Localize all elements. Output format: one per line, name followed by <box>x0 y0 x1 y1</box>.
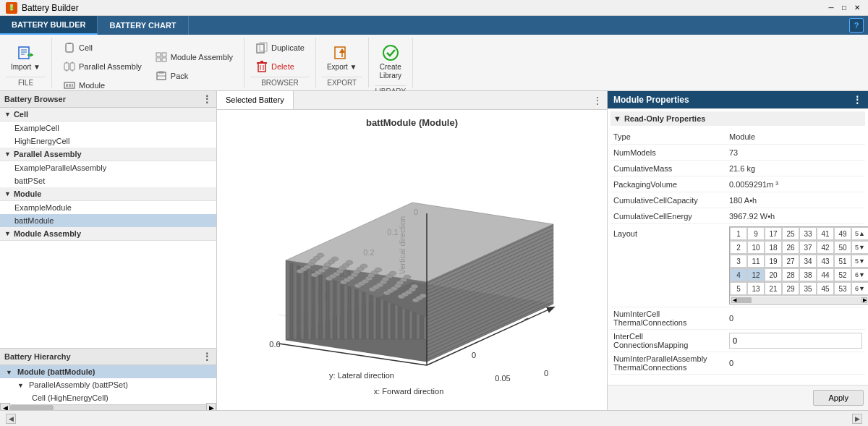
tree-item-batt-module[interactable]: battModule <box>0 214 216 227</box>
scroll-left-arrow[interactable]: ◀ <box>0 403 10 411</box>
create-parallel-label: Parallel Assembly <box>79 62 142 71</box>
grid-cell-2-6[interactable]: 42 <box>817 241 834 254</box>
grid-cell-2-2[interactable]: 10 <box>747 241 765 254</box>
tree-item-batt-pset[interactable]: battPSet <box>0 174 216 187</box>
tree-section-module-header[interactable]: ▼ Module <box>0 187 216 201</box>
minimize-button[interactable]: ─ <box>826 3 836 13</box>
grid-cell-4-1[interactable]: 4 <box>730 268 747 281</box>
grid-cell-4-6[interactable]: 44 <box>817 268 834 281</box>
status-scroll-left[interactable]: ◀ <box>6 414 16 424</box>
grid-cell-2-5[interactable]: 37 <box>799 241 817 254</box>
prop-num-models-value: 73 <box>729 148 862 157</box>
layout-grid-row-3: 3 11 19 27 34 43 51 5▼ <box>730 255 868 268</box>
scroll-right-arrow[interactable]: ▶ <box>206 403 216 411</box>
grid-cell-4-4[interactable]: 28 <box>782 268 799 281</box>
grid-cell-5-3[interactable]: 21 <box>765 282 782 295</box>
grid-cell-3-1[interactable]: 3 <box>730 255 747 268</box>
left-panel-hscroll[interactable] <box>10 405 206 411</box>
ribbon-browser-label: BROWSER <box>250 77 310 87</box>
grid-cell-1-1[interactable]: 1 <box>730 227 747 240</box>
grid-cell-5-5[interactable]: 35 <box>799 282 817 295</box>
read-only-props-header: ▼ Read-Only Properties <box>610 111 865 126</box>
left-panel-scrollbar[interactable]: ◀ ▶ <box>0 404 216 410</box>
prop-intercell-mapping-value[interactable]: 0 <box>729 333 862 349</box>
tree-item-example-parallel[interactable]: ExampleParallelAssembly <box>0 161 216 174</box>
grid-cell-3-5[interactable]: 34 <box>799 255 817 268</box>
grid-cell-4-7[interactable]: 52 <box>834 268 851 281</box>
grid-cell-4-5[interactable]: 38 <box>799 268 817 281</box>
tree-section-cell-header[interactable]: ▼ Cell <box>0 108 216 122</box>
grid-cell-3-3[interactable]: 19 <box>765 255 782 268</box>
grid-cell-5-scroll[interactable]: 6▼ <box>851 282 868 295</box>
svg-rect-0 <box>19 47 29 59</box>
close-button[interactable]: ✕ <box>852 3 862 13</box>
grid-cell-2-7[interactable]: 50 <box>834 241 851 254</box>
create-library-button[interactable]: CreateLibrary <box>375 39 407 84</box>
status-scroll-right[interactable]: ▶ <box>852 414 862 424</box>
grid-cell-1-7[interactable]: 49 <box>834 227 851 240</box>
tree-item-example-cell[interactable]: ExampleCell <box>0 122 216 135</box>
status-arrow-right[interactable]: ▶ <box>852 414 862 424</box>
tab-battery-builder[interactable]: BATTERY BUILDER <box>0 16 98 35</box>
grid-cell-5-7[interactable]: 53 <box>834 282 851 295</box>
hierarchy-item-cell[interactable]: Cell (HighEnergyCell) <box>0 391 216 404</box>
grid-scroll-left[interactable]: ◀ <box>731 297 737 303</box>
title-bar-controls[interactable]: ─ □ ✕ <box>826 3 862 13</box>
tab-battery-chart[interactable]: BATTERY CHART <box>98 16 188 35</box>
duplicate-button[interactable]: Duplicate <box>250 39 310 56</box>
tree-item-example-module[interactable]: ExampleModule <box>0 201 216 214</box>
create-pack-button[interactable]: Pack <box>150 67 238 85</box>
grid-cell-1-2[interactable]: 9 <box>747 227 765 240</box>
tree-section-module-assembly-header[interactable]: ▼ Module Assembly <box>0 227 216 241</box>
svg-point-147 <box>360 264 367 268</box>
tree-section-parallel-header[interactable]: ▼ Parallel Assembly <box>0 148 216 161</box>
grid-cell-2-4[interactable]: 26 <box>782 241 799 254</box>
ribbon-group-create: Cell Parallel Assembly <box>52 38 244 88</box>
center-tab-selected-battery[interactable]: Selected Battery <box>217 91 294 109</box>
parallel-section-label: Parallel Assembly <box>14 150 82 158</box>
grid-scroll-track[interactable] <box>737 297 861 303</box>
create-module-assembly-button[interactable]: Module Assembly <box>150 48 238 66</box>
status-arrow-left[interactable]: ◀ <box>6 414 16 424</box>
delete-button[interactable]: Delete <box>250 58 310 75</box>
create-cell-button[interactable]: Cell <box>58 39 147 56</box>
grid-cell-5-4[interactable]: 29 <box>782 282 799 295</box>
tree-item-high-energy-cell[interactable]: HighEnergyCell <box>0 135 216 148</box>
grid-cell-5-6[interactable]: 45 <box>817 282 834 295</box>
maximize-button[interactable]: □ <box>839 3 849 13</box>
grid-cell-2-scroll[interactable]: 5▼ <box>851 241 868 254</box>
grid-cell-1-scroll[interactable]: 5▲ <box>851 227 868 240</box>
help-button[interactable]: ? <box>849 18 864 33</box>
grid-cell-3-6[interactable]: 43 <box>817 255 834 268</box>
grid-cell-1-6[interactable]: 41 <box>817 227 834 240</box>
create-parallel-button[interactable]: Parallel Assembly <box>58 58 147 75</box>
grid-cell-4-3[interactable]: 20 <box>765 268 782 281</box>
battery-hierarchy-menu[interactable]: ⋮ <box>202 351 212 362</box>
import-button[interactable]: Import ▼ <box>6 39 46 75</box>
grid-cell-5-1[interactable]: 5 <box>730 282 747 295</box>
grid-hscroll[interactable]: ◀ ▶ <box>730 295 868 304</box>
hierarchy-item-module[interactable]: ▼ Module (battModule) <box>0 365 216 378</box>
app-title: Battery Builder <box>22 3 79 13</box>
hierarchy-item-parallel[interactable]: ▼ ParallelAssembly (battPSet) <box>0 378 216 391</box>
grid-cell-2-3[interactable]: 18 <box>765 241 782 254</box>
grid-cell-1-3[interactable]: 17 <box>765 227 782 240</box>
grid-cell-3-7[interactable]: 51 <box>834 255 851 268</box>
apply-button[interactable]: Apply <box>813 390 864 406</box>
grid-cell-3-scroll[interactable]: 5▼ <box>851 255 868 268</box>
grid-cell-1-5[interactable]: 33 <box>799 227 817 240</box>
grid-cell-4-scroll[interactable]: 6▼ <box>851 268 868 281</box>
grid-cell-1-4[interactable]: 25 <box>782 227 799 240</box>
prop-type-value: Module <box>729 132 862 141</box>
battery-browser-menu[interactable]: ⋮ <box>202 93 212 105</box>
center-tab-menu[interactable]: ⋮ <box>592 95 603 106</box>
grid-cell-5-2[interactable]: 13 <box>747 282 765 295</box>
module-properties-menu[interactable]: ⋮ <box>852 94 862 106</box>
export-button[interactable]: Export ▼ <box>322 39 362 75</box>
grid-scroll-right[interactable]: ▶ <box>861 297 867 303</box>
grid-cell-4-2[interactable]: 12 <box>747 268 765 281</box>
grid-cell-2-1[interactable]: 2 <box>730 241 747 254</box>
grid-cell-3-4[interactable]: 27 <box>782 255 799 268</box>
svg-text:0.6: 0.6 <box>269 340 280 349</box>
grid-cell-3-2[interactable]: 11 <box>747 255 765 268</box>
